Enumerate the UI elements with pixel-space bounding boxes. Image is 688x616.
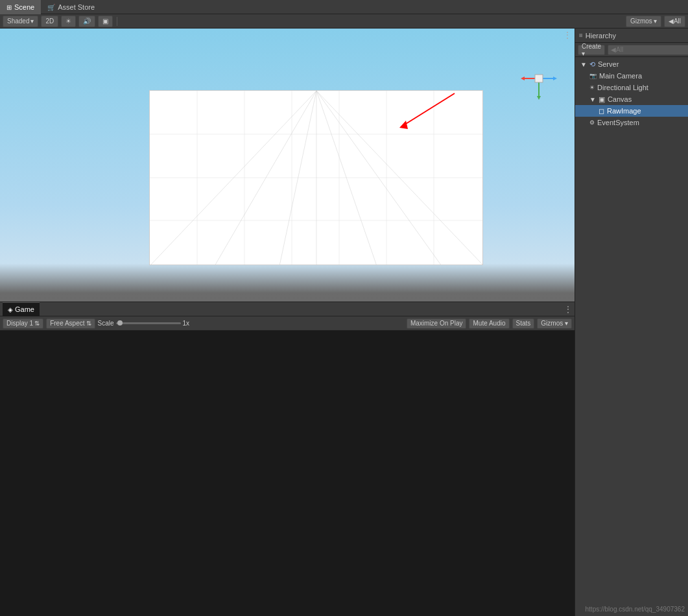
asset-store-icon: 🛒 — [47, 4, 55, 11]
server-icon: ⟲ — [589, 60, 595, 69]
main-camera-label: Main Camera — [599, 72, 642, 80]
event-system-label: EventSystem — [597, 119, 639, 126]
scale-control: Scale 1x — [98, 320, 190, 327]
gizmos-chevron: ▾ — [654, 18, 657, 25]
stats-btn[interactable]: Stats — [512, 318, 535, 329]
hierarchy-icon: ≡ — [579, 32, 583, 39]
scale-slider-thumb[interactable] — [117, 320, 123, 326]
shaded-chevron: ▾ — [30, 18, 34, 25]
game-more-btn[interactable]: ⋮ — [564, 305, 572, 314]
tree-item-raw-image[interactable]: ◻ RawImage — [575, 105, 688, 117]
maximize-on-play-btn[interactable]: Maximize On Play — [407, 318, 467, 329]
scene-tab-label: Scene — [14, 3, 34, 11]
game-tab[interactable]: ◈ Game — [3, 302, 40, 316]
hierarchy-header: ≡ Hierarchy — [575, 29, 688, 43]
tree-item-directional-light[interactable]: ☀ Directional Light — [575, 82, 688, 93]
2d-label: 2D — [45, 18, 54, 25]
scene-tab-icon: ⊞ — [6, 4, 12, 11]
lighting-btn[interactable]: ☀ — [61, 16, 76, 27]
watermark: https://blog.csdn.net/qq_34907362 — [586, 606, 685, 613]
scene-more-btn[interactable]: ⋮ — [563, 30, 572, 40]
display-arrows: ⇅ — [34, 320, 40, 327]
aspect-arrows: ⇅ — [86, 320, 91, 327]
game-icon: ◈ — [8, 306, 13, 313]
shaded-dropdown[interactable]: Shaded ▾ — [3, 16, 38, 27]
svg-marker-37 — [537, 96, 541, 100]
canvas-icon: ▣ — [599, 95, 605, 104]
hierarchy-panel: ≡ Hierarchy Create ▾ ⋮ ▼ ⟲ Server 📷 Main… — [575, 29, 688, 616]
rawimage-icon: ◻ — [599, 107, 604, 115]
hierarchy-search[interactable] — [608, 45, 688, 55]
expand-canvas: ▼ — [589, 96, 596, 103]
stats-label: Stats — [516, 320, 531, 327]
mute-label: Mute Audio — [473, 320, 505, 327]
top-tab-bar: ⊞ Scene 🛒 Asset Store — [0, 0, 688, 14]
raw-image-label: RawImage — [607, 107, 641, 115]
game-gizmos-label: Gizmos ▾ — [541, 320, 568, 327]
scene-toolbar: Shaded ▾ 2D ☀ 🔊 ▣ Gizmos ▾ ◀All — [0, 14, 688, 29]
scale-slider-track[interactable] — [116, 322, 181, 324]
game-view: ◈ Game ⋮ Display 1 ⇅ Free Aspect ⇅ Scale… — [0, 302, 575, 616]
svg-rect-42 — [535, 75, 543, 82]
all-layers-label: ◀All — [669, 18, 681, 25]
shaded-label: Shaded — [7, 18, 29, 25]
svg-marker-39 — [521, 77, 525, 80]
tab-scene[interactable]: ⊞ Scene — [0, 0, 41, 14]
mute-audio-btn[interactable]: Mute Audio — [469, 318, 509, 329]
tab-asset-store[interactable]: 🛒 Asset Store — [41, 0, 101, 14]
scale-value: 1x — [183, 320, 190, 327]
game-tab-bar: ◈ Game ⋮ — [0, 302, 575, 316]
aspect-label: Free Aspect — [50, 320, 84, 327]
game-content — [0, 331, 575, 616]
gizmo-widget — [516, 56, 562, 108]
tree-item-event-system[interactable]: ⚙ EventSystem — [575, 117, 688, 128]
effects-icon: ▣ — [102, 18, 108, 25]
create-button[interactable]: Create ▾ — [578, 45, 605, 55]
server-label: Server — [598, 60, 619, 68]
display-dropdown[interactable]: Display 1 ⇅ — [3, 318, 43, 329]
2d-toggle[interactable]: 2D — [41, 16, 58, 27]
game-tab-label: Game — [15, 305, 34, 313]
game-gizmos-btn[interactable]: Gizmos ▾ — [537, 318, 572, 329]
tree-item-server[interactable]: ▼ ⟲ Server — [575, 58, 688, 70]
gizmos-btn[interactable]: Gizmos ▾ — [626, 16, 661, 27]
toolbar-sep1 — [117, 17, 117, 26]
expand-server: ▼ — [580, 61, 587, 68]
all-layers-btn[interactable]: ◀All — [664, 16, 685, 27]
asset-store-tab-label: Asset Store — [58, 3, 95, 11]
create-label: Create ▾ — [582, 43, 601, 57]
svg-marker-41 — [553, 77, 557, 80]
aspect-dropdown[interactable]: Free Aspect ⇅ — [46, 318, 95, 329]
tree-item-canvas[interactable]: ▼ ▣ Canvas — [575, 93, 688, 105]
audio-icon: 🔊 — [83, 18, 91, 25]
tree-item-main-camera[interactable]: 📷 Main Camera — [575, 70, 688, 82]
sun-icon: ☀ — [65, 18, 71, 25]
hierarchy-title: Hierarchy — [586, 32, 684, 40]
svg-marker-44 — [399, 121, 408, 129]
directional-light-label: Directional Light — [597, 84, 648, 91]
audio-btn[interactable]: 🔊 — [78, 16, 95, 27]
annotation-arrow — [390, 87, 468, 139]
svg-line-43 — [403, 93, 455, 126]
maximize-label: Maximize On Play — [410, 320, 463, 327]
canvas-label: Canvas — [608, 95, 632, 103]
light-icon: ☀ — [589, 84, 595, 91]
camera-icon: 📷 — [589, 73, 597, 79]
scale-label: Scale — [98, 320, 114, 327]
hierarchy-toolbar: Create ▾ ⋮ — [575, 43, 688, 57]
gizmos-label: Gizmos — [630, 18, 652, 25]
game-toolbar: Display 1 ⇅ Free Aspect ⇅ Scale 1x Maxim… — [0, 316, 575, 331]
effects-btn[interactable]: ▣ — [98, 16, 113, 27]
display-label: Display 1 — [6, 320, 33, 327]
hierarchy-tree: ▼ ⟲ Server 📷 Main Camera ☀ Directional L… — [575, 57, 688, 616]
eventsystem-icon: ⚙ — [589, 119, 595, 126]
